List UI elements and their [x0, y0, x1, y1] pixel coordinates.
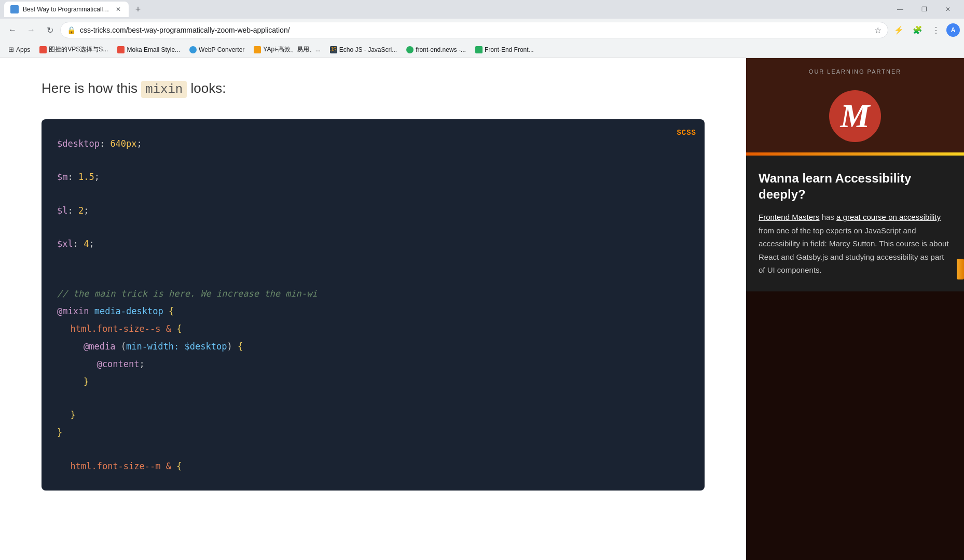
- browser-chrome: Best Way to Programmatically... ✕ + — ❐ …: [0, 0, 964, 58]
- tab-title: Best Way to Programmatically...: [23, 6, 110, 13]
- back-button[interactable]: ←: [4, 22, 21, 38]
- bookmark-apps[interactable]: ⊞ Apps: [4, 44, 34, 56]
- mixin-code-word: mixin: [141, 81, 187, 98]
- code-block: SCSS $desktop: 640px; $m: 1.5; $l: 2; $x…: [42, 119, 705, 491]
- lock-icon: 🔒: [67, 26, 76, 34]
- ad-body: Wanna learn Accessibility deeply? Fronte…: [746, 156, 964, 291]
- ad-text-main: from one of the top experts on JavaScrip…: [759, 226, 949, 275]
- code-line-close-outer: }: [57, 424, 689, 441]
- chrome-extensions-icon[interactable]: 🧩: [909, 22, 926, 38]
- bookmark-moka[interactable]: Moka Email Style...: [113, 44, 184, 56]
- code-line-4: $xl: 4;: [57, 235, 689, 253]
- bookmark-webp[interactable]: WebP Converter: [185, 44, 249, 56]
- code-line-content: @content;: [57, 355, 689, 373]
- settings-icon[interactable]: ⋮: [928, 22, 944, 38]
- scrollbar-indicator[interactable]: [957, 259, 964, 279]
- close-button[interactable]: ✕: [936, 0, 960, 19]
- bookmark-frontend-news-label: front-end.news -...: [416, 46, 466, 53]
- ad-text-has: has: [822, 213, 836, 221]
- code-line-comment: // the main trick is here. We increase t…: [57, 285, 689, 302]
- address-text: css-tricks.com/best-way-programmatically…: [80, 26, 870, 34]
- bookmark-vps-label: 图挫的VPS选择与S...: [49, 45, 108, 54]
- intro-text-after: looks:: [190, 80, 226, 96]
- bookmark-favicon-moka: [117, 46, 125, 53]
- code-line-media: @media (min-width: $desktop) {: [57, 338, 689, 355]
- page-content: Here is how this mixin looks: SCSS $desk…: [0, 58, 964, 560]
- bookmarks-bar: ⊞ Apps 图挫的VPS选择与S... Moka Email Style...…: [0, 41, 964, 58]
- window-controls: — ❐ ✕: [888, 0, 960, 19]
- bookmark-vps[interactable]: 图挫的VPS选择与S...: [35, 44, 112, 56]
- bookmark-star-icon[interactable]: ☆: [874, 25, 882, 35]
- ad-header: OUR LEARNING PARTNER M: [746, 58, 964, 152]
- code-content: $desktop: 640px; $m: 1.5; $l: 2; $xl: 4;…: [57, 135, 689, 475]
- apps-label: Apps: [16, 46, 30, 53]
- bookmark-favicon-yapi: [254, 46, 261, 53]
- bookmark-favicon-vps: [39, 46, 47, 53]
- ad-logo-letter: M: [841, 97, 870, 135]
- code-line-1: $desktop: 640px;: [57, 135, 689, 152]
- code-line-close-inner: }: [57, 373, 689, 390]
- code-line-close-mid: }: [57, 406, 689, 424]
- bookmark-echojs-label: Echo JS - JavaScri...: [339, 46, 397, 53]
- bookmark-frontend-front[interactable]: Front-End Front...: [471, 44, 538, 56]
- new-tab-button[interactable]: +: [131, 2, 145, 17]
- bookmark-frontend-front-label: Front-End Front...: [485, 46, 534, 53]
- scss-label: SCSS: [677, 125, 696, 140]
- bookmark-favicon-frontend-news: [406, 46, 414, 53]
- extensions-button[interactable]: ⚡: [890, 22, 907, 38]
- tab-close-button[interactable]: ✕: [114, 5, 122, 13]
- nav-bar: ← → ↻ 🔒 css-tricks.com/best-way-programm…: [0, 19, 964, 41]
- bookmark-echojs[interactable]: JS Echo JS - JavaScri...: [326, 44, 401, 56]
- bookmark-frontend-news[interactable]: front-end.news -...: [402, 44, 470, 56]
- bookmark-favicon-webp: [189, 46, 197, 53]
- bookmark-yapi-label: YApi-高效、易用、...: [263, 45, 320, 54]
- code-line-mixin: @mixin media-desktop {: [57, 302, 689, 320]
- address-bar[interactable]: 🔒 css-tricks.com/best-way-programmatical…: [60, 22, 888, 38]
- sidebar-area: OUR LEARNING PARTNER M Wanna learn Acces…: [746, 58, 964, 560]
- bookmark-yapi[interactable]: YApi-高效、易用、...: [250, 44, 324, 56]
- intro-text-before: Here is how this: [42, 80, 137, 96]
- bookmark-moka-label: Moka Email Style...: [127, 46, 180, 53]
- intro-paragraph: Here is how this mixin looks:: [42, 79, 705, 99]
- great-course-link[interactable]: a great course on accessibility: [836, 213, 941, 221]
- tab-bar: Best Way to Programmatically... ✕ + — ❐ …: [0, 0, 964, 19]
- bookmark-favicon-echojs: JS: [330, 46, 337, 53]
- ad-card[interactable]: OUR LEARNING PARTNER M Wanna learn Acces…: [746, 58, 964, 291]
- frontend-masters-link[interactable]: Frontend Masters: [759, 213, 820, 221]
- ad-description: Frontend Masters has a great course on a…: [759, 211, 952, 277]
- active-tab[interactable]: Best Way to Programmatically... ✕: [4, 2, 129, 17]
- reload-button[interactable]: ↻: [42, 22, 58, 38]
- ad-logo-area: M: [759, 85, 952, 152]
- code-line-3: $l: 2;: [57, 202, 689, 219]
- article-area: Here is how this mixin looks: SCSS $desk…: [0, 58, 746, 560]
- tab-favicon: [10, 5, 19, 13]
- bookmark-webp-label: WebP Converter: [199, 46, 244, 53]
- bookmark-favicon-frontend-front: [475, 46, 483, 53]
- forward-button[interactable]: →: [23, 22, 39, 38]
- profile-avatar[interactable]: A: [946, 23, 960, 37]
- code-line-2: $m: 1.5;: [57, 168, 689, 186]
- code-line-html-m: html.font-size--m & {: [57, 457, 689, 475]
- maximize-button[interactable]: ❐: [912, 0, 936, 19]
- nav-icons: ⚡ 🧩 ⋮ A: [890, 22, 960, 38]
- ad-logo: M: [829, 90, 881, 142]
- minimize-button[interactable]: —: [888, 0, 912, 19]
- ad-heading: Wanna learn Accessibility deeply?: [759, 170, 952, 202]
- code-line-html-s: html.font-size--s & {: [57, 320, 689, 338]
- partner-label: OUR LEARNING PARTNER: [759, 68, 952, 75]
